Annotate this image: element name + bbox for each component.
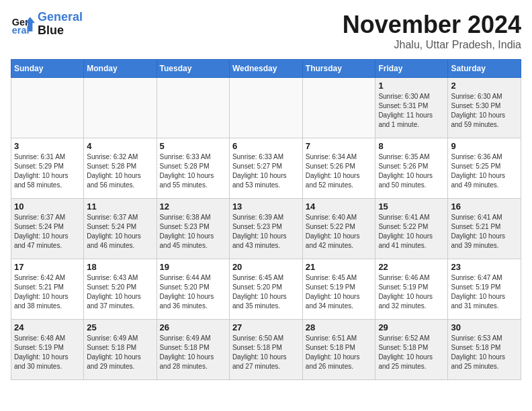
day-number: 10 bbox=[14, 201, 81, 212]
calendar-table: SundayMondayTuesdayWednesdayThursdayFrid… bbox=[11, 59, 521, 380]
month-title: November 2024 bbox=[343, 11, 521, 39]
calendar-cell: 7Sunrise: 6:34 AM Sunset: 5:26 PM Daylig… bbox=[302, 138, 375, 199]
day-info: Sunrise: 6:31 AM Sunset: 5:29 PM Dayligh… bbox=[14, 152, 81, 190]
day-number: 14 bbox=[306, 201, 373, 212]
calendar-cell: 3Sunrise: 6:31 AM Sunset: 5:29 PM Daylig… bbox=[11, 138, 84, 199]
day-info: Sunrise: 6:52 AM Sunset: 5:18 PM Dayligh… bbox=[378, 334, 445, 371]
weekday-header-saturday: Saturday bbox=[448, 60, 521, 78]
logo: Gen eral GeneralBlue bbox=[11, 11, 83, 38]
title-area: November 2024 Jhalu, Uttar Pradesh, Indi… bbox=[343, 11, 521, 51]
calendar-cell: 26Sunrise: 6:49 AM Sunset: 5:18 PM Dayli… bbox=[157, 320, 229, 380]
day-info: Sunrise: 6:51 AM Sunset: 5:18 PM Dayligh… bbox=[306, 334, 373, 371]
calendar-cell: 11Sunrise: 6:37 AM Sunset: 5:24 PM Dayli… bbox=[84, 199, 157, 259]
svg-text:eral: eral bbox=[12, 25, 30, 36]
day-info: Sunrise: 6:36 AM Sunset: 5:25 PM Dayligh… bbox=[451, 152, 518, 190]
day-number: 2 bbox=[451, 81, 518, 91]
day-number: 11 bbox=[87, 201, 153, 212]
calendar-cell bbox=[11, 78, 84, 138]
week-row-2: 3Sunrise: 6:31 AM Sunset: 5:29 PM Daylig… bbox=[11, 138, 521, 199]
weekday-header-monday: Monday bbox=[84, 60, 157, 78]
day-number: 9 bbox=[451, 141, 518, 151]
week-row-5: 24Sunrise: 6:48 AM Sunset: 5:19 PM Dayli… bbox=[11, 320, 521, 380]
day-info: Sunrise: 6:46 AM Sunset: 5:19 PM Dayligh… bbox=[378, 273, 445, 311]
calendar-cell: 28Sunrise: 6:51 AM Sunset: 5:18 PM Dayli… bbox=[302, 320, 375, 380]
day-info: Sunrise: 6:37 AM Sunset: 5:24 PM Dayligh… bbox=[87, 213, 153, 250]
calendar-cell: 24Sunrise: 6:48 AM Sunset: 5:19 PM Dayli… bbox=[11, 320, 84, 380]
week-row-3: 10Sunrise: 6:37 AM Sunset: 5:24 PM Dayli… bbox=[11, 199, 521, 259]
day-info: Sunrise: 6:45 AM Sunset: 5:20 PM Dayligh… bbox=[232, 273, 300, 311]
day-number: 15 bbox=[378, 201, 445, 212]
calendar-cell: 8Sunrise: 6:35 AM Sunset: 5:26 PM Daylig… bbox=[375, 138, 448, 199]
day-number: 6 bbox=[232, 141, 300, 151]
calendar-cell: 5Sunrise: 6:33 AM Sunset: 5:28 PM Daylig… bbox=[157, 138, 229, 199]
day-number: 7 bbox=[306, 141, 373, 151]
weekday-header-row: SundayMondayTuesdayWednesdayThursdayFrid… bbox=[11, 60, 521, 78]
week-row-4: 17Sunrise: 6:42 AM Sunset: 5:21 PM Dayli… bbox=[11, 259, 521, 320]
calendar-cell: 13Sunrise: 6:39 AM Sunset: 5:23 PM Dayli… bbox=[229, 199, 302, 259]
day-number: 3 bbox=[14, 141, 81, 151]
day-info: Sunrise: 6:44 AM Sunset: 5:20 PM Dayligh… bbox=[160, 273, 226, 311]
day-info: Sunrise: 6:37 AM Sunset: 5:24 PM Dayligh… bbox=[14, 213, 81, 250]
calendar-cell: 19Sunrise: 6:44 AM Sunset: 5:20 PM Dayli… bbox=[157, 259, 229, 320]
day-info: Sunrise: 6:41 AM Sunset: 5:21 PM Dayligh… bbox=[451, 213, 518, 250]
weekday-header-wednesday: Wednesday bbox=[229, 60, 302, 78]
page-header: Gen eral GeneralBlue November 2024 Jhalu… bbox=[11, 11, 521, 51]
calendar-cell: 4Sunrise: 6:32 AM Sunset: 5:28 PM Daylig… bbox=[84, 138, 157, 199]
calendar-cell: 27Sunrise: 6:50 AM Sunset: 5:18 PM Dayli… bbox=[229, 320, 302, 380]
calendar-cell: 18Sunrise: 6:43 AM Sunset: 5:20 PM Dayli… bbox=[84, 259, 157, 320]
calendar-cell: 14Sunrise: 6:40 AM Sunset: 5:22 PM Dayli… bbox=[302, 199, 375, 259]
day-number: 5 bbox=[160, 141, 226, 151]
logo-icon: Gen eral bbox=[11, 12, 35, 36]
calendar-cell: 17Sunrise: 6:42 AM Sunset: 5:21 PM Dayli… bbox=[11, 259, 84, 320]
calendar-cell: 21Sunrise: 6:45 AM Sunset: 5:19 PM Dayli… bbox=[302, 259, 375, 320]
day-number: 25 bbox=[87, 322, 153, 332]
calendar-cell: 15Sunrise: 6:41 AM Sunset: 5:22 PM Dayli… bbox=[375, 199, 448, 259]
day-info: Sunrise: 6:30 AM Sunset: 5:30 PM Dayligh… bbox=[451, 92, 518, 130]
day-number: 26 bbox=[160, 322, 226, 332]
day-info: Sunrise: 6:30 AM Sunset: 5:31 PM Dayligh… bbox=[378, 92, 445, 130]
day-number: 24 bbox=[14, 322, 81, 332]
day-number: 4 bbox=[87, 141, 153, 151]
day-number: 27 bbox=[232, 322, 300, 332]
location: Jhalu, Uttar Pradesh, India bbox=[343, 39, 521, 51]
day-info: Sunrise: 6:32 AM Sunset: 5:28 PM Dayligh… bbox=[87, 152, 153, 190]
day-number: 1 bbox=[378, 81, 445, 91]
day-number: 16 bbox=[451, 201, 518, 212]
calendar-cell: 25Sunrise: 6:49 AM Sunset: 5:18 PM Dayli… bbox=[84, 320, 157, 380]
day-info: Sunrise: 6:47 AM Sunset: 5:19 PM Dayligh… bbox=[451, 273, 518, 311]
calendar-cell bbox=[229, 78, 302, 138]
calendar-cell: 29Sunrise: 6:52 AM Sunset: 5:18 PM Dayli… bbox=[375, 320, 448, 380]
day-info: Sunrise: 6:43 AM Sunset: 5:20 PM Dayligh… bbox=[87, 273, 153, 311]
calendar-cell: 30Sunrise: 6:53 AM Sunset: 5:18 PM Dayli… bbox=[448, 320, 521, 380]
day-info: Sunrise: 6:49 AM Sunset: 5:18 PM Dayligh… bbox=[87, 334, 153, 371]
calendar-cell: 20Sunrise: 6:45 AM Sunset: 5:20 PM Dayli… bbox=[229, 259, 302, 320]
day-info: Sunrise: 6:35 AM Sunset: 5:26 PM Dayligh… bbox=[378, 152, 445, 190]
day-number: 21 bbox=[306, 262, 373, 272]
day-number: 18 bbox=[87, 262, 153, 272]
day-number: 12 bbox=[160, 201, 226, 212]
calendar-cell: 9Sunrise: 6:36 AM Sunset: 5:25 PM Daylig… bbox=[448, 138, 521, 199]
day-info: Sunrise: 6:41 AM Sunset: 5:22 PM Dayligh… bbox=[378, 213, 445, 250]
day-number: 22 bbox=[378, 262, 445, 272]
calendar-cell: 1Sunrise: 6:30 AM Sunset: 5:31 PM Daylig… bbox=[375, 78, 448, 138]
day-number: 19 bbox=[160, 262, 226, 272]
calendar-cell: 22Sunrise: 6:46 AM Sunset: 5:19 PM Dayli… bbox=[375, 259, 448, 320]
calendar-cell: 10Sunrise: 6:37 AM Sunset: 5:24 PM Dayli… bbox=[11, 199, 84, 259]
week-row-1: 1Sunrise: 6:30 AM Sunset: 5:31 PM Daylig… bbox=[11, 78, 521, 138]
day-info: Sunrise: 6:33 AM Sunset: 5:28 PM Dayligh… bbox=[160, 152, 226, 190]
day-info: Sunrise: 6:39 AM Sunset: 5:23 PM Dayligh… bbox=[232, 213, 300, 250]
day-info: Sunrise: 6:38 AM Sunset: 5:23 PM Dayligh… bbox=[160, 213, 226, 250]
calendar-cell: 6Sunrise: 6:33 AM Sunset: 5:27 PM Daylig… bbox=[229, 138, 302, 199]
day-number: 8 bbox=[378, 141, 445, 151]
calendar-cell bbox=[302, 78, 375, 138]
calendar-cell: 12Sunrise: 6:38 AM Sunset: 5:23 PM Dayli… bbox=[157, 199, 229, 259]
calendar-cell: 23Sunrise: 6:47 AM Sunset: 5:19 PM Dayli… bbox=[448, 259, 521, 320]
day-number: 30 bbox=[451, 322, 518, 332]
day-info: Sunrise: 6:50 AM Sunset: 5:18 PM Dayligh… bbox=[232, 334, 300, 371]
day-info: Sunrise: 6:40 AM Sunset: 5:22 PM Dayligh… bbox=[306, 213, 373, 250]
day-info: Sunrise: 6:53 AM Sunset: 5:18 PM Dayligh… bbox=[451, 334, 518, 371]
day-number: 28 bbox=[306, 322, 373, 332]
day-info: Sunrise: 6:33 AM Sunset: 5:27 PM Dayligh… bbox=[232, 152, 300, 190]
weekday-header-thursday: Thursday bbox=[302, 60, 375, 78]
weekday-header-sunday: Sunday bbox=[11, 60, 84, 78]
